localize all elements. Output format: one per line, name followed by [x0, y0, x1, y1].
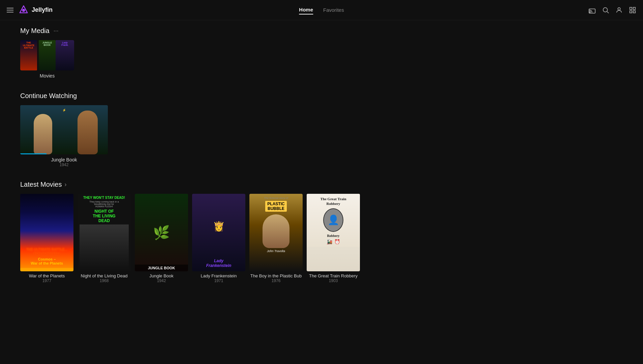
- continue-watching-header: Continue Watching: [20, 92, 623, 100]
- movie-title-jungle-book: Jungle Book: [135, 273, 188, 278]
- media-folder-movies[interactable]: THE ULTIMATEBATTLE JUNGLEBOOK LadyFrank.…: [20, 40, 74, 79]
- continue-title: Jungle Book: [51, 157, 77, 162]
- continue-year: 1942: [60, 162, 69, 167]
- movie-title-lady-frankenstein: Lady Frankenstein: [192, 273, 245, 278]
- media-grid: THE ULTIMATEBATTLE JUNGLEBOOK LadyFrank.…: [20, 40, 623, 79]
- movie-poster-great-train-robbery: The Great TrainRobbery 👤 Robbery 🚂 ⏰: [307, 194, 360, 271]
- bubble-face-figure: [263, 214, 289, 248]
- my-media-header: My Media ···: [20, 27, 623, 35]
- header: Jellyfin Home Favorites: [0, 0, 643, 20]
- latest-movies-arrow[interactable]: ›: [64, 181, 66, 188]
- movie-card-boy-plastic-bubble[interactable]: The fictional story of PLASTICBUBBLE Joh…: [249, 194, 303, 283]
- svg-point-6: [618, 7, 620, 10]
- app-name: Jellyfin: [32, 6, 53, 13]
- movie-year-night-of-living-dead: 1968: [78, 278, 131, 283]
- movie-title-boy-plastic-bubble: The Boy in the Plastic Bub: [249, 273, 303, 278]
- svg-point-4: [603, 7, 608, 12]
- user-icon[interactable]: [615, 6, 623, 14]
- header-right: [588, 6, 636, 14]
- movie-card-lady-frankenstein[interactable]: 👸 LadyFrankenstein Lady Frankenstein 197…: [192, 194, 245, 283]
- continue-card-jungle-book[interactable]: ⚡ Jungle Book 1942: [20, 105, 108, 167]
- folder-movies-label: Movies: [40, 73, 55, 79]
- continue-watching-title: Continue Watching: [20, 92, 77, 100]
- movie-year-great-train-robbery: 1903: [307, 278, 360, 283]
- header-left: Jellyfin: [7, 5, 53, 16]
- grid-icon[interactable]: [629, 6, 636, 14]
- nav-home[interactable]: Home: [299, 5, 313, 14]
- continue-thumb: ⚡: [20, 105, 108, 154]
- movie-title-war-of-planets: War of the Planets: [20, 273, 73, 278]
- movie-poster-boy-plastic-bubble: The fictional story of PLASTICBUBBLE Joh…: [249, 194, 303, 271]
- main-nav: Home Favorites: [299, 5, 344, 14]
- nav-favorites[interactable]: Favorites: [323, 6, 344, 14]
- movie-title-great-train-robbery: The Great Train Robbery: [307, 273, 360, 278]
- movie-year-boy-plastic-bubble: 1976: [249, 278, 303, 283]
- continue-watching-section: Continue Watching ⚡ Jungle Book 1942: [20, 92, 623, 167]
- latest-movies-title: Latest Movies: [20, 181, 62, 188]
- movie-card-jungle-book[interactable]: 🌿 JUNGLE BOOK Jungle Book 1942: [135, 194, 188, 283]
- movie-card-war-of-planets[interactable]: THE ULTIMATE BATTLE...FOR SURVIVAL! Cosm…: [20, 194, 73, 283]
- movie-poster-lady-frankenstein: 👸 LadyFrankenstein: [192, 194, 245, 271]
- svg-rect-8: [633, 7, 635, 9]
- svg-line-5: [607, 11, 609, 13]
- my-media-title: My Media: [20, 27, 50, 35]
- movies-row: THE ULTIMATE BATTLE...FOR SURVIVAL! Cosm…: [20, 194, 623, 283]
- main-content: My Media ··· THE ULTIMATEBATTLE JUNGLEBO…: [0, 0, 643, 283]
- menu-icon[interactable]: [7, 8, 13, 12]
- movie-year-lady-frankenstein: 1971: [192, 278, 245, 283]
- search-icon[interactable]: [602, 6, 609, 14]
- latest-movies-header: Latest Movies ›: [20, 181, 623, 188]
- my-media-more[interactable]: ···: [54, 27, 59, 34]
- my-media-section: My Media ··· THE ULTIMATEBATTLE JUNGLEBO…: [20, 27, 623, 79]
- movie-card-great-train-robbery[interactable]: The Great TrainRobbery 👤 Robbery 🚂 ⏰ The…: [307, 194, 360, 283]
- movie-title-night-of-living-dead: Night of the Living Dead: [78, 273, 131, 278]
- movie-poster-night-of-living-dead: THEY WON'T STAY DEAD! They keep coming b…: [78, 194, 131, 271]
- svg-rect-9: [630, 10, 632, 12]
- movie-poster-war-of-planets: THE ULTIMATE BATTLE...FOR SURVIVAL! Cosm…: [20, 194, 73, 271]
- movie-year-war-of-planets: 1977: [20, 278, 73, 283]
- movie-poster-jungle-book: 🌿 JUNGLE BOOK: [135, 194, 188, 271]
- movie-card-night-of-living-dead[interactable]: THEY WON'T STAY DEAD! They keep coming b…: [78, 194, 131, 283]
- movie-year-jungle-book: 1942: [135, 278, 188, 283]
- continue-progress-bar: [20, 153, 47, 154]
- svg-rect-10: [633, 10, 635, 12]
- latest-movies-section: Latest Movies › THE ULTIMATE BATTLE...FO…: [20, 181, 623, 283]
- folder-collage: THE ULTIMATEBATTLE JUNGLEBOOK LadyFrank.: [20, 40, 74, 70]
- cast-icon[interactable]: [588, 6, 596, 14]
- logo[interactable]: Jellyfin: [18, 5, 53, 16]
- jungle-book-label-overlay: JUNGLE BOOK: [135, 265, 188, 271]
- svg-rect-7: [630, 7, 632, 9]
- svg-point-3: [589, 12, 590, 13]
- svg-point-1: [22, 9, 25, 12]
- robbery-portrait: 👤: [323, 208, 343, 232]
- jellyfin-logo-icon: [18, 5, 29, 16]
